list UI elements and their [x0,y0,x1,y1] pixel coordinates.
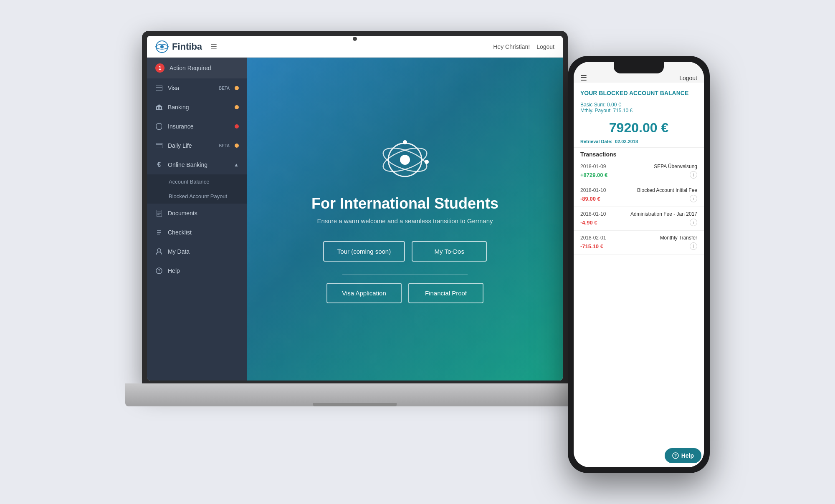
transaction-desc: Monthly Transfer [660,235,697,241]
sidebar-item-online-banking[interactable]: € Online Banking ▲ [147,155,247,174]
greeting-text: Hey Christian! [493,43,530,50]
svg-rect-8 [158,107,159,109]
main-buttons-row1: Tour (coming soon) My To-Dos [323,241,487,262]
main-logo-rings [380,135,430,185]
svg-point-26 [400,155,410,165]
divider [342,274,468,275]
phone-logout-button[interactable]: Logout [679,75,697,81]
phone: ☰ Logout YOUR BLOCKED ACCOUNT BALANCE Ba… [568,56,710,473]
transaction-desc: SEPA Überweisung [654,164,697,169]
transaction-date: 2018-01-10 [580,187,606,193]
logout-button[interactable]: Logout [536,43,554,50]
euro-icon: € [155,161,163,169]
svg-text:?: ? [674,454,677,458]
transaction-item-2: 2018-01-10 Administration Fee - Jan 2017… [574,207,704,231]
sidebar-item-label: Visa [168,85,213,91]
help-button-label: Help [681,452,694,459]
action-required-badge: 1 [155,63,164,73]
phone-basic-sum: Basic Sum: 0.00 € [580,102,697,108]
transaction-info-icon[interactable]: i [690,242,697,250]
visa-status-dot [235,86,239,90]
main-buttons-row2: Visa Application Financial Proof [326,283,483,303]
svg-point-3 [167,46,169,48]
svg-rect-9 [159,107,160,109]
phone-notch [614,62,664,73]
svg-point-4 [155,46,157,48]
sidebar-item-label: Banking [168,104,230,111]
laptop-base [125,383,584,406]
scene: Fintiba ☰ Hey Christian! Logout 1 [125,23,710,481]
visa-beta-label: BETA [219,86,230,91]
bank-icon [155,103,163,111]
svg-rect-10 [161,107,162,109]
svg-rect-7 [156,107,157,109]
svg-text:?: ? [158,269,160,273]
hamburger-icon[interactable]: ☰ [210,42,217,51]
insurance-status-dot [235,124,239,129]
app-body: 1 Action Required Visa BETA [147,58,563,381]
main-subtitle: Ensure a warm welcome and a seamless tra… [317,217,493,224]
transaction-desc: Administration Fee - Jan 2017 [630,211,697,217]
sidebar-item-checklist[interactable]: Checklist [147,223,247,242]
sidebar-item-insurance[interactable]: Insurance [147,117,247,136]
my-todos-button[interactable]: My To-Dos [412,241,487,262]
sidebar-item-my-data[interactable]: My Data [147,242,247,261]
sidebar-item-label: Online Banking [168,161,229,168]
transaction-date: 2018-02-01 [580,235,606,241]
transaction-item-3: 2018-02-01 Monthly Transfer -715.10 € i [574,231,704,255]
help-icon: ? [155,267,163,275]
transaction-item-1: 2018-01-10 Blocked Account Initial Fee -… [574,183,704,207]
sidebar-item-banking[interactable]: Banking [147,98,247,117]
laptop-screen: Fintiba ☰ Hey Christian! Logout 1 [147,36,563,381]
person-icon [155,248,163,255]
transaction-desc: Blocked Account Initial Fee [637,187,697,193]
sidebar-item-label: My Data [168,248,239,255]
sidebar-item-blocked-payout[interactable]: Blocked Account Payout [147,189,247,204]
transaction-amount: -4.90 € [580,219,597,226]
main-title: For International Students [311,195,498,212]
chevron-up-icon: ▲ [234,162,239,168]
sidebar-item-help[interactable]: ? Help [147,261,247,280]
laptop-body: Fintiba ☰ Hey Christian! Logout 1 [142,31,568,386]
card-icon [155,84,163,92]
shield-icon [155,123,163,130]
sidebar-item-label: Documents [168,210,239,217]
sidebar-item-label: Insurance [168,123,230,130]
tour-button[interactable]: Tour (coming soon) [323,241,405,262]
svg-point-22 [157,249,161,252]
sidebar-item-label: Daily Life [168,142,213,149]
sidebar-item-label: Checklist [168,229,239,236]
logo-text: Fintiba [172,41,202,52]
visa-application-button[interactable]: Visa Application [326,283,402,303]
svg-marker-11 [156,104,162,107]
phone-retrieval-label: Retrieval Date: [580,139,612,144]
svg-rect-12 [156,109,162,110]
transaction-amount: -715.10 € [580,243,603,249]
sidebar-item-action-required[interactable]: 1 Action Required [147,58,247,78]
phone-hamburger-icon[interactable]: ☰ [580,73,587,83]
transaction-info-icon[interactable]: i [690,219,697,226]
phone-transactions-header: Transactions [574,147,704,159]
sidebar: 1 Action Required Visa BETA [147,58,247,381]
financial-proof-button[interactable]: Financial Proof [408,283,483,303]
sidebar-item-daily-life[interactable]: Daily Life BETA [147,136,247,155]
svg-point-29 [403,140,407,144]
phone-content: YOUR BLOCKED ACCOUNT BALANCE Basic Sum: … [574,83,704,467]
transaction-info-icon[interactable]: i [690,195,697,202]
banking-status-dot [235,105,239,109]
help-circle-icon: ? [672,452,679,459]
daily-life-status-dot [235,144,239,148]
daily-life-icon [155,142,163,149]
phone-balance-info: Basic Sum: 0.00 € Mthly. Payout: 715.10 … [574,100,704,117]
sidebar-item-account-balance[interactable]: Account Balance [147,174,247,189]
sidebar-item-visa[interactable]: Visa BETA [147,78,247,98]
transaction-date: 2018-01-09 [580,164,606,169]
svg-point-30 [425,160,429,164]
transaction-info-icon[interactable]: i [690,171,697,179]
checklist-icon [155,229,163,236]
sidebar-item-label: Action Required [170,65,239,71]
phone-help-button[interactable]: ? Help [665,448,701,463]
phone-body: ☰ Logout YOUR BLOCKED ACCOUNT BALANCE Ba… [568,56,710,473]
phone-balance-amount: 7920.00 € [609,120,668,135]
sidebar-item-documents[interactable]: Documents [147,204,247,223]
